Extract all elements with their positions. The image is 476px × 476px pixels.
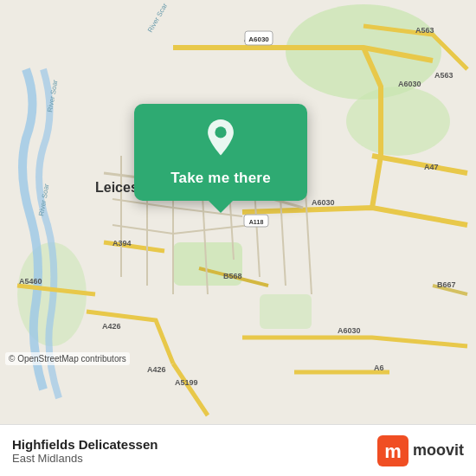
svg-text:A6030: A6030 [398, 80, 421, 88]
svg-text:A563: A563 [415, 26, 434, 35]
location-card[interactable]: Take me there [134, 104, 307, 201]
svg-text:A563: A563 [434, 71, 453, 80]
location-name: Highfields Delicatessen [12, 437, 158, 452]
moovit-icon: m [377, 435, 408, 466]
svg-text:A6030: A6030 [338, 326, 361, 335]
location-region: East Midlands [12, 452, 158, 465]
svg-point-2 [346, 87, 450, 156]
svg-text:A394: A394 [113, 239, 132, 248]
copyright-notice: © OpenStreetMap contributors [5, 352, 130, 365]
svg-text:A47: A47 [424, 163, 439, 171]
svg-text:A5199: A5199 [175, 378, 198, 387]
moovit-logo: m moovit [377, 435, 464, 466]
svg-text:A6030: A6030 [312, 198, 335, 207]
svg-text:A118: A118 [249, 219, 264, 225]
svg-text:A6: A6 [374, 363, 384, 372]
svg-text:A6030: A6030 [248, 35, 269, 43]
svg-point-29 [215, 126, 226, 138]
svg-rect-5 [260, 294, 312, 329]
svg-text:B667: B667 [437, 280, 456, 289]
svg-text:A426: A426 [102, 322, 121, 331]
svg-text:A5460: A5460 [19, 277, 42, 286]
take-me-there-button[interactable]: Take me there [170, 170, 271, 187]
map-view: A6030 A6030 A6030 A6030 A563 A563 A47 B6… [0, 0, 476, 424]
svg-text:B568: B568 [223, 272, 242, 280]
svg-text:A426: A426 [147, 365, 166, 374]
bottom-bar: Highfields Delicatessen East Midlands m … [0, 424, 476, 476]
location-pin-icon [200, 119, 241, 161]
location-info: Highfields Delicatessen East Midlands [12, 437, 158, 465]
moovit-text: moovit [413, 441, 464, 460]
svg-text:m: m [384, 441, 402, 462]
